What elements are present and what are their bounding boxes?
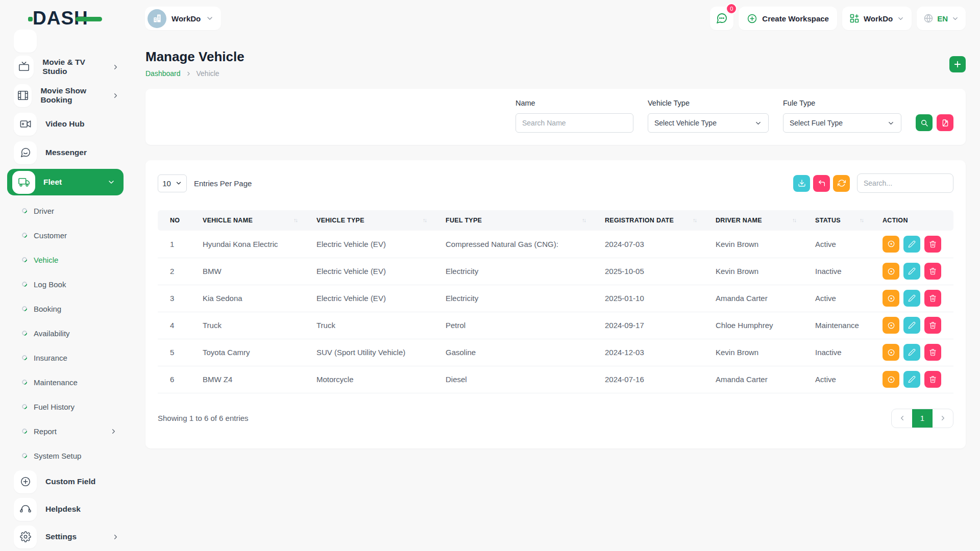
sidebar-item-settings[interactable]: Settings: [8, 523, 133, 550]
language-selector[interactable]: EN: [917, 7, 966, 30]
breadcrumb-dashboard-link[interactable]: Dashboard: [145, 69, 181, 78]
refresh-button[interactable]: [833, 175, 850, 192]
sidebar-item-maintenance[interactable]: Maintenance: [8, 370, 133, 394]
view-button[interactable]: [883, 236, 899, 253]
filter-search-button[interactable]: [916, 114, 933, 131]
vehicle-type-select[interactable]: Select Vehicle Type: [648, 113, 769, 133]
bullet-ring-icon: [21, 281, 28, 288]
sidebar-item-helpdesk[interactable]: Helpdesk: [8, 495, 133, 523]
column-header-status[interactable]: ↑↓STATUS: [803, 210, 870, 231]
messages-button[interactable]: 0: [710, 7, 733, 30]
create-workspace-button[interactable]: Create Workspace: [739, 7, 837, 30]
column-header-vehicle-name[interactable]: ↑↓VEHICLE NAME: [190, 210, 304, 231]
film-icon: [14, 84, 32, 107]
sidebar-item-customer[interactable]: Customer: [8, 223, 133, 247]
next-page-button[interactable]: [933, 409, 953, 428]
view-button[interactable]: [883, 371, 899, 388]
column-header-fuel-type[interactable]: ↑↓FUEL TYPE: [433, 210, 593, 231]
sidebar-item-messenger[interactable]: Messenger: [8, 138, 133, 167]
sidebar-item-video-hub[interactable]: Video Hub: [8, 110, 133, 138]
view-button[interactable]: [883, 344, 899, 361]
undo-button[interactable]: [813, 175, 830, 192]
sidebar-item-log-book[interactable]: Log Book: [8, 272, 133, 296]
bullet-ring-icon: [21, 403, 28, 410]
column-header-driver-name[interactable]: ↑↓DRIVER NAME: [703, 210, 803, 231]
entries-per-page-select[interactable]: 10: [158, 174, 187, 192]
workspace-switcher[interactable]: WorkDo: [842, 7, 912, 30]
delete-button[interactable]: [924, 236, 941, 253]
vehicle-type-filter-field: Vehicle Type Select Vehicle Type: [648, 99, 769, 133]
edit-button[interactable]: [903, 317, 920, 334]
sidebar-item-report[interactable]: Report: [8, 419, 133, 443]
sidebar-item-movie-tv-studio[interactable]: Movie & TV Studio: [8, 53, 133, 81]
table-search-input[interactable]: [857, 173, 953, 193]
sidebar-item-fuel-history[interactable]: Fuel History: [8, 394, 133, 419]
sidebar-item-label: Helpdesk: [45, 505, 81, 514]
sidebar-item-availability[interactable]: Availability: [8, 321, 133, 345]
cell-fuel-type: Electricity: [433, 285, 593, 312]
view-button[interactable]: [883, 290, 899, 307]
view-button[interactable]: [883, 263, 899, 280]
workspace-switcher-label: WorkDo: [864, 14, 893, 23]
delete-button[interactable]: [924, 344, 941, 361]
filter-clear-button[interactable]: [937, 114, 953, 131]
edit-button[interactable]: [903, 236, 920, 253]
sort-icon[interactable]: ↑↓: [582, 217, 585, 223]
sidebar-item-booking[interactable]: Booking: [8, 296, 133, 321]
sort-icon[interactable]: ↑↓: [860, 217, 863, 223]
sidebar-subitem-label: Fuel History: [34, 403, 75, 411]
cell-status: Maintenance: [803, 312, 870, 339]
sidebar-item-partial[interactable]: [8, 30, 133, 53]
export-button[interactable]: [793, 175, 810, 192]
table-row: 6 BMW Z4 Motorcycle Diesel 2024-07-16 Am…: [158, 366, 953, 393]
sidebar-item-movie-show-booking[interactable]: Movie Show Booking: [8, 81, 133, 110]
sidebar-subitem-label: Insurance: [34, 354, 67, 362]
column-header-vehicle-type[interactable]: ↑↓VEHICLE TYPE: [304, 210, 433, 231]
cell-driver-name: Chloe Humphrey: [703, 312, 803, 339]
sidebar-item-custom-field[interactable]: Custom Field: [8, 468, 133, 495]
delete-button[interactable]: [924, 263, 941, 280]
bullet-ring-icon: [21, 330, 28, 337]
fuel-type-filter-label: Fule Type: [783, 99, 901, 107]
workspace-selector[interactable]: WorkDo: [145, 7, 221, 30]
cell-status: Active: [803, 231, 870, 258]
edit-button[interactable]: [903, 371, 920, 388]
cell-status: Active: [803, 366, 870, 393]
sidebar-item-system-setup[interactable]: System Setup: [8, 443, 133, 468]
sidebar-subitem-label: System Setup: [34, 452, 81, 460]
page-number-button[interactable]: 1: [912, 409, 933, 428]
table-toolbar-actions: [793, 173, 953, 193]
edit-button[interactable]: [903, 344, 920, 361]
edit-button[interactable]: [903, 263, 920, 280]
undo-icon: [818, 179, 826, 187]
add-vehicle-button[interactable]: [949, 56, 966, 72]
sort-icon[interactable]: ↑↓: [423, 217, 426, 223]
pagination: 1: [891, 409, 953, 428]
fuel-type-select[interactable]: Select Fuel Type: [783, 113, 901, 133]
delete-button[interactable]: [924, 290, 941, 307]
column-header-registration-date[interactable]: ↑↓REGISTRATION DATE: [593, 210, 703, 231]
table-row: 2 BMW Electric Vehicle (EV) Electricity …: [158, 258, 953, 285]
bullet-ring-icon: [21, 452, 28, 459]
filter-panel: Name Vehicle Type Select Vehicle Type Fu…: [145, 89, 966, 145]
edit-button[interactable]: [903, 290, 920, 307]
showing-entries-text: Showing 1 to 6 of 6 entries: [158, 414, 249, 422]
name-filter-input[interactable]: [516, 113, 633, 133]
sidebar-item-insurance[interactable]: Insurance: [8, 345, 133, 370]
topbar-actions: 0 Create Workspace WorkDo: [710, 7, 966, 30]
sidebar-item-driver[interactable]: Driver: [8, 198, 133, 223]
cell-vehicle-name: BMW Z4: [190, 366, 304, 393]
delete-button[interactable]: [924, 371, 941, 388]
previous-page-button[interactable]: [892, 409, 912, 428]
sort-icon[interactable]: ↑↓: [693, 217, 696, 223]
view-button[interactable]: [883, 317, 899, 334]
sort-icon[interactable]: ↑↓: [293, 217, 297, 223]
sort-icon[interactable]: ↑↓: [792, 217, 796, 223]
cell-status: Active: [803, 285, 870, 312]
eye-icon: [887, 294, 895, 303]
sidebar-item-vehicle[interactable]: Vehicle: [8, 247, 133, 272]
delete-button[interactable]: [924, 317, 941, 334]
cell-vehicle-name: Toyota Camry: [190, 339, 304, 366]
sidebar-item-fleet[interactable]: Fleet: [7, 169, 124, 195]
dash-logo[interactable]: DASH: [33, 8, 98, 29]
